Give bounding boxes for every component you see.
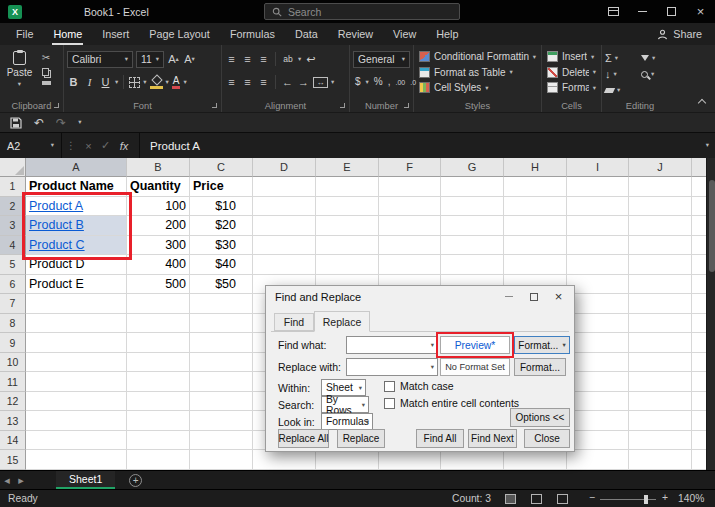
cell-j5[interactable] bbox=[629, 255, 692, 275]
cell-d2[interactable] bbox=[253, 197, 316, 217]
styles-item-cell-styles[interactable]: Cell Styles▾ bbox=[417, 80, 538, 96]
enter-icon[interactable]: ✓ bbox=[97, 139, 114, 152]
column-header-j[interactable]: J bbox=[629, 158, 692, 177]
row-header-6[interactable]: 6 bbox=[0, 275, 26, 295]
ribbon-tab-file[interactable]: File bbox=[6, 23, 43, 45]
cell-j7[interactable] bbox=[629, 294, 692, 314]
cell-a15[interactable] bbox=[26, 450, 127, 470]
close-button[interactable]: Close bbox=[524, 429, 570, 448]
look-in-select[interactable]: Formulas▾ bbox=[321, 413, 373, 430]
cell-e15[interactable] bbox=[316, 450, 379, 470]
cut-icon[interactable]: ✂ bbox=[42, 52, 50, 63]
find-select-button[interactable]: ▾ bbox=[641, 71, 671, 78]
cell-h5[interactable] bbox=[504, 255, 567, 275]
cell-j6[interactable] bbox=[629, 275, 692, 295]
cell-i9[interactable] bbox=[567, 333, 629, 353]
dialog-launcher-icon[interactable] bbox=[54, 103, 59, 108]
status-count[interactable]: Count: 3 bbox=[452, 493, 491, 504]
comma-style-icon[interactable]: , bbox=[388, 77, 391, 87]
cancel-icon[interactable]: × bbox=[80, 140, 97, 152]
row-header-9[interactable]: 9 bbox=[0, 333, 26, 353]
row-header-1[interactable]: 1 bbox=[0, 177, 26, 197]
cell-g1[interactable] bbox=[441, 177, 504, 197]
cell-d5[interactable] bbox=[253, 255, 316, 275]
borders-icon[interactable] bbox=[129, 77, 140, 88]
cell-a5[interactable]: Product D bbox=[26, 255, 127, 275]
ribbon-tab-data[interactable]: Data bbox=[285, 23, 328, 45]
cell-i12[interactable] bbox=[567, 392, 629, 412]
dialog-restore-icon[interactable] bbox=[521, 287, 546, 306]
cell-e5[interactable] bbox=[316, 255, 379, 275]
match-case-checkbox[interactable]: Match case bbox=[384, 380, 454, 392]
drag-handle-icon[interactable]: ⋮ bbox=[62, 140, 80, 151]
ribbon-tab-formulas[interactable]: Formulas bbox=[220, 23, 285, 45]
column-header-g[interactable]: G bbox=[441, 158, 504, 177]
chevron-down-icon[interactable]: ▾ bbox=[166, 79, 169, 86]
page-layout-view-icon[interactable] bbox=[531, 494, 542, 504]
cell-b8[interactable] bbox=[127, 314, 190, 334]
name-box[interactable]: A2 ▾ bbox=[0, 133, 62, 158]
replace-with-input[interactable]: ▾ bbox=[346, 358, 438, 376]
find-next-button[interactable]: Find Next bbox=[468, 429, 517, 448]
cell-h1[interactable] bbox=[504, 177, 567, 197]
ribbon-display-options-icon[interactable] bbox=[599, 0, 628, 23]
search-box[interactable]: Search bbox=[264, 3, 460, 20]
redo-icon[interactable]: ↷ bbox=[56, 117, 66, 129]
column-header-d[interactable]: D bbox=[253, 158, 316, 177]
dialog-launcher-icon[interactable] bbox=[340, 103, 345, 108]
cell-c3[interactable]: $20 bbox=[190, 216, 253, 236]
cell-d4[interactable] bbox=[253, 236, 316, 256]
font-name-select[interactable]: Calibri▾ bbox=[67, 51, 133, 68]
column-header-a[interactable]: A bbox=[26, 158, 127, 177]
cell-c11[interactable] bbox=[190, 372, 253, 392]
cell-f3[interactable] bbox=[379, 216, 441, 236]
cell-c4[interactable]: $30 bbox=[190, 236, 253, 256]
cell-b12[interactable] bbox=[127, 392, 190, 412]
sort-filter-button[interactable]: ▾ bbox=[641, 55, 671, 62]
align-top-icon[interactable]: ≡ bbox=[225, 54, 238, 65]
minimize-icon[interactable] bbox=[628, 0, 657, 23]
cell-b5[interactable]: 400 bbox=[127, 255, 190, 275]
cell-h2[interactable] bbox=[504, 197, 567, 217]
cell-g3[interactable] bbox=[441, 216, 504, 236]
fill-button[interactable]: ↓▾ bbox=[605, 68, 641, 80]
row-header-14[interactable]: 14 bbox=[0, 431, 26, 451]
cell-a12[interactable] bbox=[26, 392, 127, 412]
styles-item-format-as-table[interactable]: Format as Table▾ bbox=[417, 65, 538, 81]
cell-d15[interactable] bbox=[253, 450, 316, 470]
align-left-icon[interactable]: ≡ bbox=[225, 77, 238, 88]
scrollbar-thumb[interactable] bbox=[709, 180, 715, 272]
select-all-corner[interactable] bbox=[0, 158, 26, 177]
add-sheet-button[interactable]: + bbox=[129, 474, 142, 487]
underline-button[interactable]: U bbox=[99, 75, 112, 90]
cell-i8[interactable] bbox=[567, 314, 629, 334]
row-header-3[interactable]: 3 bbox=[0, 216, 26, 236]
customize-qat-icon[interactable]: ▾ bbox=[78, 119, 81, 126]
zoom-out-icon[interactable]: − bbox=[589, 492, 595, 503]
cell-i7[interactable] bbox=[567, 294, 629, 314]
cell-b3[interactable]: 200 bbox=[127, 216, 190, 236]
row-header-7[interactable]: 7 bbox=[0, 294, 26, 314]
row-header-12[interactable]: 12 bbox=[0, 392, 26, 412]
find-all-button[interactable]: Find All bbox=[416, 429, 464, 448]
cell-f4[interactable] bbox=[379, 236, 441, 256]
align-center-icon[interactable]: ≡ bbox=[241, 77, 254, 88]
cell-g2[interactable] bbox=[441, 197, 504, 217]
cell-j9[interactable] bbox=[629, 333, 692, 353]
increase-font-size-icon[interactable]: A▴ bbox=[167, 52, 180, 67]
cell-b11[interactable] bbox=[127, 372, 190, 392]
cells-item-insert[interactable]: Insert▾ bbox=[545, 49, 598, 65]
ribbon-tab-home[interactable]: Home bbox=[43, 23, 92, 45]
cell-i1[interactable] bbox=[567, 177, 629, 197]
cell-i10[interactable] bbox=[567, 353, 629, 373]
row-header-11[interactable]: 11 bbox=[0, 372, 26, 392]
zoom-in-icon[interactable]: + bbox=[662, 492, 668, 503]
row-header-2[interactable]: 2 bbox=[0, 197, 26, 217]
cell-a3[interactable]: Product B bbox=[26, 216, 127, 236]
cell-f5[interactable] bbox=[379, 255, 441, 275]
column-header-i[interactable]: I bbox=[567, 158, 629, 177]
cell-j1[interactable] bbox=[629, 177, 692, 197]
cell-b1[interactable]: Quantity bbox=[127, 177, 190, 197]
cell-a7[interactable] bbox=[26, 294, 127, 314]
cell-c8[interactable] bbox=[190, 314, 253, 334]
